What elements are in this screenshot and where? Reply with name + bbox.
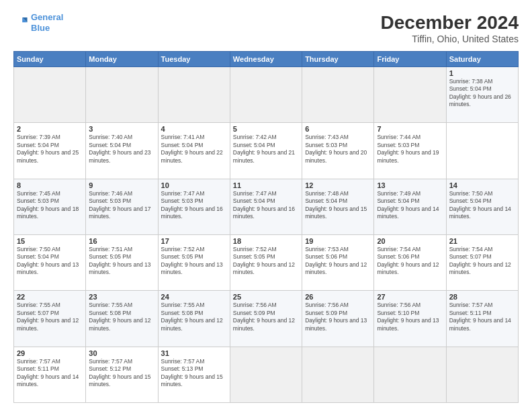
day-cell-5: 5Sunrise: 7:42 AMSunset: 5:04 PMDaylight… xyxy=(230,123,302,179)
day-cell-21: 21Sunrise: 7:54 AMSunset: 5:07 PMDayligh… xyxy=(446,234,518,290)
week-row-6: 29Sunrise: 7:57 AMSunset: 5:11 PMDayligh… xyxy=(14,347,519,402)
header: General Blue December 2024 Tiffin, Ohio,… xyxy=(13,12,519,44)
empty-cell xyxy=(446,347,518,402)
main-title: December 2024 xyxy=(381,12,519,34)
week-row-5: 22Sunrise: 7:55 AMSunset: 5:07 PMDayligh… xyxy=(14,291,519,347)
empty-cell xyxy=(374,67,446,123)
empty-cell xyxy=(230,347,302,402)
day-cell-9: 9Sunrise: 7:46 AMSunset: 5:03 PMDaylight… xyxy=(86,179,158,234)
empty-cell xyxy=(158,67,230,123)
day-cell-1: 1Sunrise: 7:38 AMSunset: 5:04 PMDaylight… xyxy=(446,67,518,123)
day-of-week-tuesday: Tuesday xyxy=(158,52,230,67)
day-of-week-monday: Monday xyxy=(86,52,158,67)
page: General Blue December 2024 Tiffin, Ohio,… xyxy=(0,0,532,411)
logo: General Blue xyxy=(13,12,63,33)
empty-cell xyxy=(374,347,446,402)
day-cell-25: 25Sunrise: 7:56 AMSunset: 5:09 PMDayligh… xyxy=(230,291,302,347)
empty-cell xyxy=(86,67,158,123)
day-cell-11: 11Sunrise: 7:47 AMSunset: 5:04 PMDayligh… xyxy=(230,179,302,234)
day-cell-6: 6Sunrise: 7:43 AMSunset: 5:03 PMDaylight… xyxy=(302,123,374,179)
empty-cell xyxy=(230,67,302,123)
day-cell-2: 2Sunrise: 7:39 AMSunset: 5:04 PMDaylight… xyxy=(14,123,86,179)
day-cell-30: 30Sunrise: 7:57 AMSunset: 5:12 PMDayligh… xyxy=(86,347,158,402)
day-of-week-sunday: Sunday xyxy=(14,52,86,67)
day-cell-10: 10Sunrise: 7:47 AMSunset: 5:03 PMDayligh… xyxy=(158,179,230,234)
empty-cell xyxy=(302,67,374,123)
day-cell-18: 18Sunrise: 7:52 AMSunset: 5:05 PMDayligh… xyxy=(230,234,302,290)
day-cell-14: 14Sunrise: 7:50 AMSunset: 5:04 PMDayligh… xyxy=(446,179,518,234)
subtitle: Tiffin, Ohio, United States xyxy=(381,34,519,44)
empty-cell xyxy=(14,67,86,123)
day-cell-28: 28Sunrise: 7:57 AMSunset: 5:11 PMDayligh… xyxy=(446,291,518,347)
day-of-week-wednesday: Wednesday xyxy=(230,52,302,67)
week-row-1: 1Sunrise: 7:38 AMSunset: 5:04 PMDaylight… xyxy=(14,67,519,123)
day-cell-22: 22Sunrise: 7:55 AMSunset: 5:07 PMDayligh… xyxy=(14,291,86,347)
day-cell-23: 23Sunrise: 7:55 AMSunset: 5:08 PMDayligh… xyxy=(86,291,158,347)
logo-line1: General xyxy=(31,12,63,22)
week-row-2: 2Sunrise: 7:39 AMSunset: 5:04 PMDaylight… xyxy=(14,123,519,179)
day-of-week-saturday: Saturday xyxy=(446,52,518,67)
day-cell-12: 12Sunrise: 7:48 AMSunset: 5:04 PMDayligh… xyxy=(302,179,374,234)
day-cell-29: 29Sunrise: 7:57 AMSunset: 5:11 PMDayligh… xyxy=(14,347,86,402)
day-cell-7: 7Sunrise: 7:44 AMSunset: 5:03 PMDaylight… xyxy=(374,123,446,179)
day-cell-17: 17Sunrise: 7:52 AMSunset: 5:05 PMDayligh… xyxy=(158,234,230,290)
day-cell-24: 24Sunrise: 7:55 AMSunset: 5:08 PMDayligh… xyxy=(158,291,230,347)
day-cell-20: 20Sunrise: 7:54 AMSunset: 5:06 PMDayligh… xyxy=(374,234,446,290)
day-cell-13: 13Sunrise: 7:49 AMSunset: 5:04 PMDayligh… xyxy=(374,179,446,234)
calendar-header-row: SundayMondayTuesdayWednesdayThursdayFrid… xyxy=(14,52,519,67)
logo-icon xyxy=(13,15,28,30)
day-cell-27: 27Sunrise: 7:56 AMSunset: 5:10 PMDayligh… xyxy=(374,291,446,347)
week-row-3: 8Sunrise: 7:45 AMSunset: 5:03 PMDaylight… xyxy=(14,179,519,234)
day-cell-19: 19Sunrise: 7:53 AMSunset: 5:06 PMDayligh… xyxy=(302,234,374,290)
day-cell-26: 26Sunrise: 7:56 AMSunset: 5:09 PMDayligh… xyxy=(302,291,374,347)
day-cell-4: 4Sunrise: 7:41 AMSunset: 5:04 PMDaylight… xyxy=(158,123,230,179)
day-of-week-thursday: Thursday xyxy=(302,52,374,67)
day-cell-16: 16Sunrise: 7:51 AMSunset: 5:05 PMDayligh… xyxy=(86,234,158,290)
day-cell-8: 8Sunrise: 7:45 AMSunset: 5:03 PMDaylight… xyxy=(14,179,86,234)
day-cell-15: 15Sunrise: 7:50 AMSunset: 5:04 PMDayligh… xyxy=(14,234,86,290)
day-cell-3: 3Sunrise: 7:40 AMSunset: 5:04 PMDaylight… xyxy=(86,123,158,179)
day-cell-31: 31Sunrise: 7:57 AMSunset: 5:13 PMDayligh… xyxy=(158,347,230,402)
logo-text: General Blue xyxy=(31,12,63,33)
empty-cell xyxy=(302,347,374,402)
logo-line2: Blue xyxy=(31,23,50,33)
day-of-week-friday: Friday xyxy=(374,52,446,67)
title-block: December 2024 Tiffin, Ohio, United State… xyxy=(381,12,519,44)
calendar-table: SundayMondayTuesdayWednesdayThursdayFrid… xyxy=(13,51,519,403)
week-row-4: 15Sunrise: 7:50 AMSunset: 5:04 PMDayligh… xyxy=(14,234,519,290)
